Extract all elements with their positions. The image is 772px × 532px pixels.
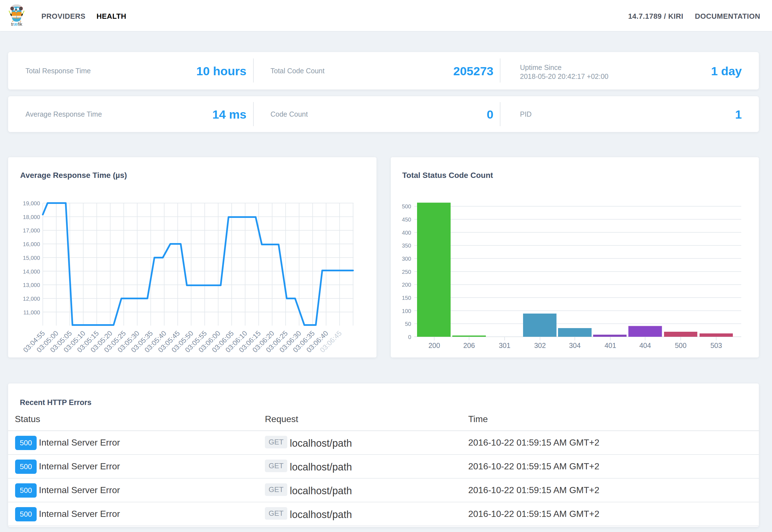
svg-text:200: 200	[402, 282, 411, 288]
svg-text:350: 350	[402, 243, 411, 249]
svg-text:500: 500	[675, 342, 687, 349]
svg-text:0: 0	[408, 334, 411, 340]
svg-text:304: 304	[569, 342, 581, 349]
svg-text:19,000: 19,000	[23, 200, 40, 206]
svg-text:17,000: 17,000	[23, 227, 40, 234]
svg-text:13,000: 13,000	[23, 282, 40, 288]
svg-text:16,000: 16,000	[23, 241, 40, 247]
svg-text:12,000: 12,000	[23, 296, 40, 302]
svg-text:50: 50	[405, 321, 411, 327]
svg-text:301: 301	[499, 342, 510, 349]
svg-text:500: 500	[402, 203, 411, 209]
svg-text:503: 503	[710, 342, 722, 349]
svg-text:401: 401	[604, 342, 616, 349]
svg-text:15,000: 15,000	[23, 255, 40, 261]
svg-text:11,000: 11,000	[23, 309, 40, 316]
svg-text:18,000: 18,000	[23, 214, 40, 220]
svg-text:302: 302	[534, 342, 546, 349]
svg-text:300: 300	[402, 256, 411, 262]
svg-text:400: 400	[402, 230, 411, 236]
svg-text:træfik: træfik	[11, 22, 22, 27]
svg-text:100: 100	[402, 308, 411, 314]
svg-text:14,000: 14,000	[23, 269, 40, 275]
svg-text:404: 404	[639, 342, 651, 349]
svg-text:150: 150	[402, 295, 411, 301]
svg-text:450: 450	[402, 216, 411, 223]
svg-text:250: 250	[402, 269, 411, 275]
svg-text:206: 206	[463, 342, 475, 349]
svg-text:200: 200	[429, 342, 440, 349]
